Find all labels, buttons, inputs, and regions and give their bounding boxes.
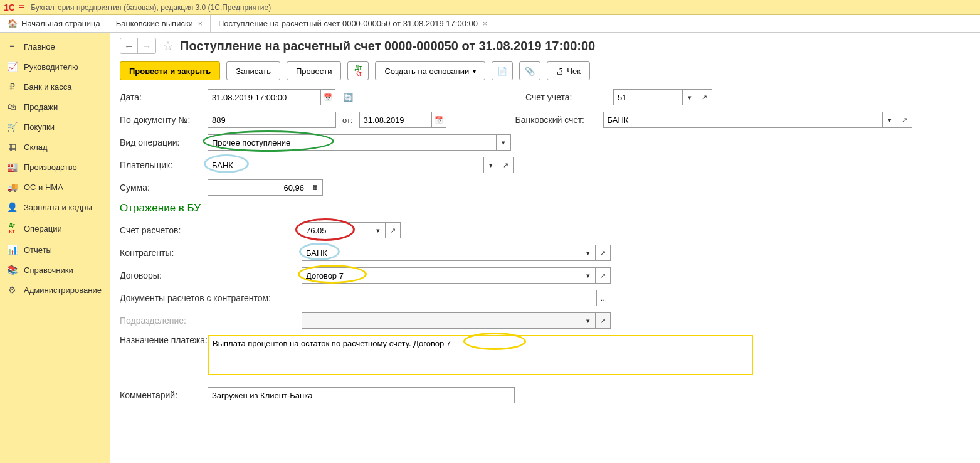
- doc-from-label: от:: [342, 115, 353, 125]
- save-button[interactable]: Записать: [226, 61, 280, 80]
- purpose-textarea[interactable]: [208, 335, 753, 375]
- contract-label: Договоры:: [120, 270, 302, 280]
- operation-type-label: Вид операции:: [120, 137, 208, 147]
- app-title: Бухгалтерия предприятия (базовая), редак…: [31, 3, 271, 12]
- home-icon: 🏠: [8, 19, 18, 28]
- account-input[interactable]: [613, 89, 682, 105]
- contract-input[interactable]: [302, 267, 581, 284]
- attach-button[interactable]: 📎: [519, 61, 540, 80]
- sidebar-label: Операции: [24, 224, 62, 233]
- open-icon[interactable]: ↗: [697, 89, 712, 105]
- dropdown-icon[interactable]: ▾: [581, 267, 596, 284]
- tab-bank-statements[interactable]: Банковские выписки ×: [108, 15, 211, 32]
- bars-icon: 📊: [6, 245, 18, 255]
- sidebar-item-reports[interactable]: 📊Отчеты: [0, 240, 110, 260]
- open-icon[interactable]: ↗: [498, 157, 514, 173]
- settlement-docs-label: Документы расчетов с контрагентом:: [120, 293, 302, 303]
- create-based-button[interactable]: Создать на основании: [375, 61, 485, 80]
- bank-account-input[interactable]: [603, 112, 882, 128]
- sidebar: ≡Главное 📈Руководителю ₽Банк и касса 🛍Пр…: [0, 33, 110, 463]
- division-input: [302, 312, 581, 329]
- bag-icon: 🛍: [6, 102, 18, 112]
- sidebar-item-production[interactable]: 🏭Производство: [0, 157, 110, 177]
- sum-input[interactable]: [208, 179, 308, 196]
- doc-no-label: По документу №:: [120, 115, 208, 125]
- calendar-icon[interactable]: 📅: [431, 112, 446, 128]
- operation-type-input[interactable]: [208, 134, 496, 151]
- sidebar-item-admin[interactable]: ⚙Администрирование: [0, 280, 110, 300]
- sidebar-item-purchases[interactable]: 🛒Покупки: [0, 117, 110, 137]
- nav-back-button[interactable]: ←: [120, 38, 138, 53]
- doc-from-input[interactable]: [359, 112, 431, 128]
- sidebar-label: Справочники: [24, 265, 73, 275]
- post-and-close-button[interactable]: Провести и закрыть: [120, 61, 220, 80]
- chart-icon: 📈: [6, 61, 18, 72]
- date-input[interactable]: [208, 89, 320, 105]
- open-icon[interactable]: ↗: [596, 267, 611, 284]
- dtkt-button[interactable]: ДтКт: [347, 61, 369, 80]
- tab-receipt-document[interactable]: Поступление на расчетный счет 0000-00005…: [211, 15, 495, 32]
- post-button[interactable]: Провести: [287, 61, 342, 80]
- dropdown-icon: ▾: [581, 312, 596, 329]
- payer-input[interactable]: [208, 157, 483, 173]
- sidebar-item-warehouse[interactable]: ▦Склад: [0, 137, 110, 157]
- sidebar-label: Отчеты: [24, 245, 52, 255]
- logo-1c: 1C: [4, 3, 15, 13]
- open-icon[interactable]: ↗: [596, 245, 611, 261]
- settlement-docs-input[interactable]: [302, 290, 596, 306]
- calendar-icon[interactable]: 📅: [320, 89, 335, 105]
- sidebar-label: Производство: [24, 162, 77, 172]
- sidebar-item-manager[interactable]: 📈Руководителю: [0, 56, 110, 77]
- sidebar-label: Зарплата и кадры: [24, 203, 92, 212]
- division-label: Подразделение:: [120, 316, 302, 326]
- ruble-icon: ₽: [6, 82, 18, 92]
- person-icon: 👤: [6, 202, 18, 212]
- cheque-button[interactable]: 🖨 Чек: [547, 61, 590, 80]
- counterparty-input[interactable]: [302, 245, 581, 261]
- title-bar: 1C ≡ Бухгалтерия предприятия (базовая), …: [0, 0, 980, 15]
- sidebar-label: ОС и НМА: [24, 183, 63, 192]
- main-menu-icon[interactable]: ≡: [19, 2, 24, 13]
- close-icon[interactable]: ×: [483, 19, 487, 28]
- sidebar-item-directories[interactable]: 📚Справочники: [0, 260, 110, 280]
- ellipsis-icon[interactable]: …: [596, 290, 611, 306]
- bank-account-label: Банковский счет:: [515, 115, 603, 125]
- refresh-icon[interactable]: 🔄: [343, 93, 353, 102]
- sidebar-item-bank[interactable]: ₽Банк и касса: [0, 77, 110, 97]
- tab-home-label: Начальная страница: [21, 19, 100, 28]
- counterparty-label: Контрагенты:: [120, 248, 302, 258]
- structure-button[interactable]: 📄: [492, 61, 513, 80]
- sidebar-label: Администрирование: [24, 285, 102, 295]
- dropdown-icon[interactable]: ▾: [882, 112, 897, 128]
- cheque-label: Чек: [567, 67, 581, 76]
- settlement-account-input[interactable]: [302, 222, 371, 238]
- dropdown-icon[interactable]: ▾: [483, 157, 498, 173]
- open-icon[interactable]: ↗: [897, 112, 912, 128]
- sidebar-item-operations[interactable]: ДтКтОперации: [0, 217, 110, 240]
- sidebar-item-main[interactable]: ≡Главное: [0, 36, 110, 56]
- dropdown-icon[interactable]: ▾: [682, 89, 697, 105]
- section-title-bu: Отражение в БУ: [120, 202, 970, 215]
- sidebar-item-salary[interactable]: 👤Зарплата и кадры: [0, 197, 110, 217]
- tab-home[interactable]: 🏠 Начальная страница: [0, 15, 108, 32]
- calculator-icon[interactable]: 🖩: [308, 179, 323, 196]
- dropdown-icon[interactable]: ▾: [496, 134, 511, 151]
- payer-label: Плательщик:: [120, 160, 208, 170]
- tab-label: Поступление на расчетный счет 0000-00005…: [218, 19, 478, 28]
- nav-forward-button[interactable]: →: [138, 38, 155, 53]
- open-icon: ↗: [596, 312, 611, 329]
- sidebar-item-sales[interactable]: 🛍Продажи: [0, 97, 110, 117]
- sidebar-label: Склад: [24, 142, 48, 152]
- sidebar-label: Покупки: [24, 122, 55, 132]
- dropdown-icon[interactable]: ▾: [581, 245, 596, 261]
- dropdown-icon[interactable]: ▾: [371, 222, 386, 238]
- purpose-label: Назначение платежа:: [120, 335, 208, 345]
- dtkt-icon: ДтКт: [355, 65, 362, 77]
- doc-no-input[interactable]: [208, 112, 336, 128]
- favorite-icon[interactable]: ☆: [162, 38, 174, 53]
- open-icon[interactable]: ↗: [386, 222, 401, 238]
- menu-icon: ≡: [6, 41, 18, 51]
- sidebar-item-assets[interactable]: 🚚ОС и НМА: [0, 177, 110, 197]
- close-icon[interactable]: ×: [198, 19, 203, 28]
- comment-input[interactable]: [208, 387, 515, 403]
